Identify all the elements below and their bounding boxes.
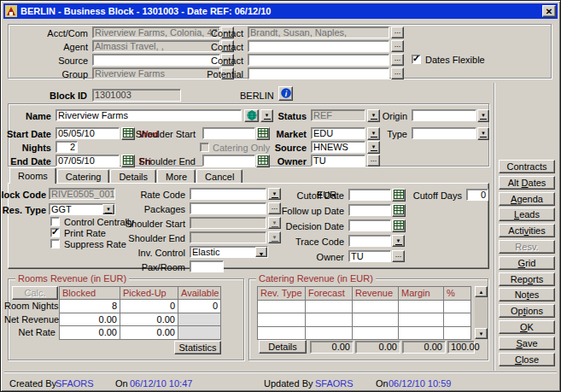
type-field[interactable] — [412, 127, 476, 139]
side-button-options[interactable]: Options — [499, 304, 555, 318]
statistics-button[interactable]: Statistics — [174, 341, 221, 354]
side-button-reports[interactable]: Reports — [499, 272, 555, 286]
rate-code-field[interactable] — [190, 188, 266, 200]
tab-more[interactable]: More — [157, 169, 196, 184]
dates-flexible-checkbox[interactable] — [412, 55, 421, 64]
shoulder-start-calendar-button[interactable] — [256, 127, 270, 140]
block-source-field[interactable]: HNEWS — [311, 141, 365, 153]
trace-code-field[interactable] — [348, 235, 391, 247]
end-date-calendar-button[interactable] — [121, 155, 135, 167]
scrollbar-down-button[interactable]: ▼ — [475, 328, 488, 339]
catering-only-checkbox[interactable] — [200, 143, 209, 152]
contact2-field[interactable] — [248, 40, 389, 52]
shoulder-end-field[interactable] — [202, 155, 255, 167]
follow-up-date-calendar-button[interactable] — [392, 204, 406, 217]
name-field[interactable]: Riverview Farms — [56, 109, 242, 121]
rooms-revenue-cell-room-nights-1[interactable]: 0 — [120, 300, 178, 313]
name-globe-button[interactable] — [244, 109, 259, 122]
tab-rooms[interactable]: Rooms — [9, 167, 56, 184]
pax-room-field[interactable] — [190, 260, 224, 272]
start-date-calendar-button[interactable] — [121, 127, 135, 140]
owner-lookup-button[interactable] — [367, 155, 380, 167]
rate-code-dropdown-button[interactable] — [268, 188, 281, 200]
tab-cancel[interactable]: Cancel — [196, 169, 243, 184]
trace-code-dropdown-button[interactable] — [392, 235, 405, 247]
side-button-notes[interactable]: Notes — [499, 288, 555, 301]
contact3-lookup-button[interactable] — [391, 54, 404, 66]
cutoff-days-field[interactable]: 0 — [466, 189, 488, 201]
group-field[interactable]: Riverview Farms — [92, 67, 220, 79]
agent-field[interactable]: Almassi Travel, , — [92, 40, 220, 52]
contact1-field[interactable]: Brandt, Susan, Naples, — [248, 26, 389, 38]
control-centrally-checkbox[interactable] — [50, 217, 60, 226]
tab-catering[interactable]: Catering — [57, 169, 110, 184]
rooms-revenue-cell-net-rate-1[interactable]: 0.00 — [120, 326, 178, 340]
side-button-leads[interactable]: Leads — [499, 208, 555, 221]
type-dropdown-button[interactable] — [477, 127, 489, 140]
tab-details[interactable]: Details — [110, 169, 156, 184]
side-button-resv[interactable]: Resv. — [499, 240, 555, 254]
side-button-grid[interactable]: Grid — [499, 256, 555, 270]
follow-up-date-field[interactable] — [348, 204, 391, 216]
scrollbar-track[interactable] — [475, 297, 488, 328]
status-field[interactable]: REF — [311, 109, 365, 121]
nights-field[interactable]: 2 — [56, 141, 78, 153]
packages-lookup-button[interactable] — [268, 202, 281, 214]
rooms-revenue-cell-room-nights-0[interactable]: 8 — [59, 300, 120, 313]
inv-control-dropdown-button[interactable] — [255, 247, 267, 257]
cutoff-date-calendar-button[interactable] — [392, 189, 406, 202]
rt-owner-field[interactable]: TU — [348, 250, 391, 262]
origin-label: Origin — [383, 110, 407, 122]
block-source-dropdown-button[interactable] — [367, 141, 380, 154]
print-rate-checkbox[interactable] — [50, 228, 60, 237]
owner-field[interactable]: TU — [311, 155, 365, 167]
rooms-revenue-cell-net-revenue-2[interactable] — [178, 313, 221, 327]
name-dropdown-button[interactable] — [260, 109, 273, 122]
contact3-field[interactable] — [248, 54, 389, 66]
end-date-field[interactable]: 07/05/10 — [56, 155, 120, 167]
decision-date-calendar-button[interactable] — [392, 219, 406, 232]
side-button-contracts[interactable]: Contracts — [499, 160, 555, 173]
start-date-field[interactable]: 05/05/10 — [56, 127, 120, 139]
shoulder-end-calendar-button[interactable] — [256, 155, 270, 167]
rooms-revenue-cell-net-revenue-0[interactable]: 0.00 — [59, 313, 120, 327]
property-info-button[interactable]: i — [278, 86, 293, 101]
source-field[interactable] — [92, 54, 220, 66]
status-dropdown-button[interactable] — [367, 109, 380, 122]
rt-shoulder-end-field[interactable] — [190, 231, 266, 243]
rate-code-label: Rate Code — [140, 189, 185, 201]
block-code-field[interactable]: RIVE0505_001 — [49, 188, 115, 200]
cutoff-date-field[interactable] — [348, 189, 391, 201]
rooms-revenue-cell-net-rate-2[interactable] — [178, 326, 221, 340]
origin-dropdown-button[interactable] — [477, 109, 489, 122]
side-button-activities[interactable]: Activities — [499, 224, 555, 237]
rt-shoulder-end-dropdown-button[interactable] — [268, 231, 281, 243]
contact2-lookup-button[interactable] — [391, 40, 404, 52]
side-button-close[interactable]: Close — [499, 353, 555, 366]
rt-shoulder-start-field[interactable] — [190, 217, 266, 229]
side-button-alt-dates[interactable]: Alt Dates — [499, 176, 555, 190]
res-type-dropdown-button[interactable] — [102, 204, 114, 214]
contact1-lookup-button[interactable] — [391, 26, 404, 38]
shoulder-start-field[interactable] — [202, 127, 255, 139]
suppress-rate-checkbox[interactable] — [50, 239, 60, 249]
details-button[interactable]: Details — [259, 340, 307, 354]
packages-field[interactable] — [190, 202, 266, 214]
side-button-agenda[interactable]: Agenda — [499, 192, 555, 206]
rooms-revenue-cell-room-nights-2[interactable]: 0 — [178, 300, 221, 313]
rooms-revenue-cell-net-revenue-1[interactable]: 0.00 — [120, 313, 178, 327]
potential-field[interactable] — [248, 67, 389, 79]
rt-shoulder-start-dropdown-button[interactable] — [268, 217, 281, 229]
acct-com-field[interactable]: Riverview Farms, Colonia, 477 550-38 — [92, 26, 220, 38]
rooms-revenue-cell-net-rate-0[interactable]: 0.00 — [59, 326, 120, 340]
decision-date-field[interactable] — [348, 219, 391, 231]
side-button-save[interactable]: Save — [499, 336, 555, 350]
side-button-ok[interactable]: OK — [499, 320, 555, 334]
origin-field[interactable] — [412, 109, 476, 121]
market-field[interactable]: EDU — [311, 127, 365, 139]
scrollbar-up-button[interactable]: ▲ — [475, 286, 488, 297]
market-dropdown-button[interactable] — [367, 127, 380, 140]
rt-owner-lookup-button[interactable] — [392, 250, 405, 262]
potential-lookup-button[interactable] — [391, 67, 404, 79]
close-window-button[interactable]: ✕ — [542, 5, 556, 17]
